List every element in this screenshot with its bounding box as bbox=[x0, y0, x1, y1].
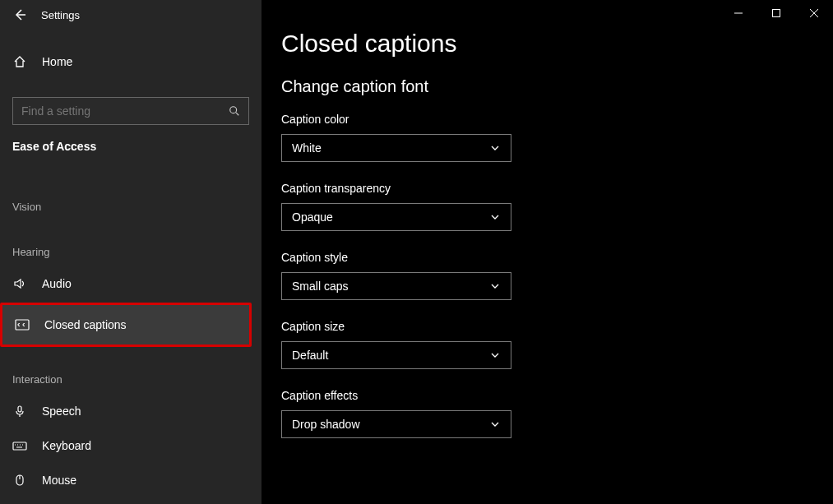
window-controls bbox=[720, 0, 833, 26]
group-interaction: Interaction bbox=[0, 373, 261, 386]
caption-effects-select[interactable]: Drop shadow bbox=[281, 410, 511, 438]
chevron-down-icon bbox=[489, 418, 501, 430]
sidebar-item-label: Keyboard bbox=[42, 439, 91, 452]
minimize-button[interactable] bbox=[720, 0, 757, 26]
search-input-wrap[interactable] bbox=[12, 97, 249, 125]
keyboard-icon bbox=[12, 440, 27, 451]
caption-color-label: Caption color bbox=[281, 113, 833, 126]
sidebar-item-label: Audio bbox=[42, 277, 72, 290]
search-input[interactable] bbox=[21, 104, 229, 118]
sidebar-item-closed-captions[interactable]: Closed captions bbox=[2, 305, 249, 344]
close-button[interactable] bbox=[795, 0, 833, 26]
caption-size-label: Caption size bbox=[281, 320, 833, 333]
sidebar: Settings Home Ease of Access Vision Hear… bbox=[0, 0, 261, 504]
chevron-down-icon bbox=[489, 211, 501, 223]
sidebar-item-mouse[interactable]: Mouse bbox=[0, 463, 261, 497]
chevron-down-icon bbox=[489, 142, 501, 154]
sidebar-item-speech[interactable]: Speech bbox=[0, 394, 261, 428]
sidebar-item-label: Speech bbox=[42, 405, 81, 418]
closed-captions-icon bbox=[15, 319, 30, 331]
select-value: Drop shadow bbox=[292, 418, 360, 431]
audio-icon bbox=[12, 277, 27, 290]
minimize-icon bbox=[734, 9, 743, 17]
caption-size-select[interactable]: Default bbox=[281, 341, 511, 369]
group-hearing: Hearing bbox=[0, 246, 261, 258]
close-icon bbox=[810, 9, 818, 17]
category-heading: Ease of Access bbox=[0, 140, 261, 153]
svg-point-0 bbox=[230, 107, 237, 113]
caption-color-select[interactable]: White bbox=[281, 134, 511, 162]
back-button[interactable] bbox=[10, 5, 30, 25]
section-title: Change caption font bbox=[281, 77, 833, 96]
sidebar-item-label: Mouse bbox=[42, 474, 76, 487]
search-icon bbox=[229, 105, 240, 117]
maximize-icon bbox=[772, 9, 780, 17]
titlebar: Settings bbox=[0, 0, 261, 30]
caption-transparency-label: Caption transparency bbox=[281, 182, 833, 195]
sidebar-item-keyboard[interactable]: Keyboard bbox=[0, 428, 261, 463]
select-value: Small caps bbox=[292, 280, 348, 293]
sidebar-item-label: Home bbox=[42, 55, 72, 68]
svg-rect-3 bbox=[13, 442, 26, 450]
mouse-icon bbox=[12, 474, 27, 487]
svg-rect-1 bbox=[16, 320, 29, 330]
maximize-button[interactable] bbox=[757, 0, 795, 26]
caption-effects-label: Caption effects bbox=[281, 389, 833, 402]
select-value: Default bbox=[292, 349, 328, 362]
caption-style-label: Caption style bbox=[281, 251, 833, 264]
highlight-annotation: Closed captions bbox=[0, 303, 252, 347]
caption-transparency-select[interactable]: Opaque bbox=[281, 203, 511, 231]
main-panel: Closed captions Change caption font Capt… bbox=[261, 0, 833, 504]
app-title: Settings bbox=[41, 9, 80, 21]
svg-rect-5 bbox=[773, 10, 780, 17]
svg-rect-2 bbox=[18, 406, 21, 412]
group-vision: Vision bbox=[0, 201, 261, 213]
arrow-left-icon bbox=[13, 8, 26, 21]
caption-style-select[interactable]: Small caps bbox=[281, 272, 511, 300]
chevron-down-icon bbox=[489, 280, 501, 292]
sidebar-item-audio[interactable]: Audio bbox=[0, 266, 261, 301]
sidebar-item-home[interactable]: Home bbox=[0, 44, 261, 79]
chevron-down-icon bbox=[489, 349, 501, 361]
microphone-icon bbox=[12, 405, 27, 418]
sidebar-item-label: Closed captions bbox=[44, 318, 127, 331]
select-value: White bbox=[292, 141, 322, 155]
home-icon bbox=[12, 55, 27, 68]
select-value: Opaque bbox=[292, 210, 333, 224]
page-title: Closed captions bbox=[281, 30, 833, 58]
